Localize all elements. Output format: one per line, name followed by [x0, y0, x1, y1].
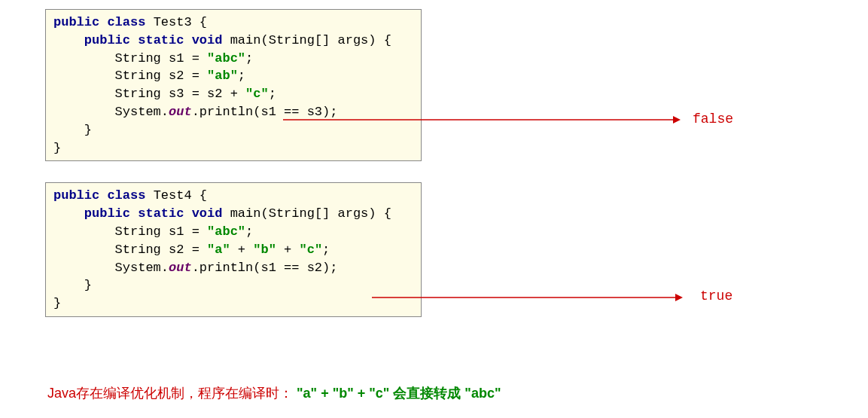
code-block-test4: public class Test4 { public static void …	[45, 182, 422, 317]
string-literal: "ab"	[207, 69, 238, 83]
svg-marker-3	[675, 294, 683, 301]
footer-literal-abc: "abc"	[464, 386, 501, 401]
footer-note: Java存在编译优化机制，程序在编译时： "a" + "b" + "c" 会直接…	[47, 384, 501, 402]
arrow-line-1	[283, 114, 682, 125]
keyword-static: static	[138, 33, 184, 47]
string-literal: "abc"	[207, 224, 245, 239]
footer-literal-c: "c"	[369, 386, 389, 401]
arrow-line-2	[372, 292, 684, 303]
result-label-true: true	[700, 288, 732, 304]
code-text: }	[53, 296, 61, 310]
content-container: public class Test3 { public static void …	[45, 9, 422, 317]
code-text: Test4 {	[145, 188, 207, 203]
keyword-void: void	[192, 33, 223, 47]
code-text: System.	[53, 105, 169, 119]
keyword-class: class	[107, 15, 145, 29]
string-literal: "a"	[207, 243, 230, 257]
code-block-test3: public class Test3 { public static void …	[45, 9, 422, 161]
keyword-public: public	[53, 15, 99, 29]
keyword-static: static	[138, 206, 184, 221]
string-literal: "b"	[253, 243, 276, 257]
code-text: }	[53, 123, 92, 137]
footer-literal-a: "a"	[297, 386, 317, 401]
code-text: System.	[53, 261, 169, 275]
code-text: .println(s1 == s2);	[192, 261, 338, 275]
code-text: String s1 =	[53, 224, 207, 239]
keyword-class: class	[107, 188, 145, 203]
code-text: String s3 = s2 +	[53, 87, 245, 101]
string-literal: "c"	[245, 87, 269, 101]
code-text: String s2 =	[53, 243, 207, 257]
code-text: String s2 =	[53, 69, 207, 83]
string-literal: "abc"	[207, 51, 245, 66]
string-literal: "c"	[299, 243, 322, 257]
keyword-public: public	[84, 33, 130, 47]
code-text: main(String[] args) {	[222, 206, 391, 221]
out-field: out	[169, 105, 192, 119]
code-text: main(String[] args) {	[222, 33, 391, 47]
footer-text-a: Java存在编译优化机制，程序在编译时：	[47, 386, 297, 401]
code-text: String s1 =	[53, 51, 207, 66]
result-label-false: false	[693, 111, 733, 127]
code-text: Test3 {	[145, 15, 207, 29]
keyword-void: void	[192, 206, 223, 221]
code-text: }	[53, 278, 92, 292]
code-text: }	[53, 141, 61, 155]
footer-text-g: 会直接转成	[389, 386, 464, 401]
footer-literal-b: "b"	[333, 386, 354, 401]
keyword-public: public	[84, 206, 130, 221]
keyword-public: public	[53, 188, 99, 203]
out-field: out	[169, 261, 192, 275]
svg-marker-1	[673, 116, 681, 124]
